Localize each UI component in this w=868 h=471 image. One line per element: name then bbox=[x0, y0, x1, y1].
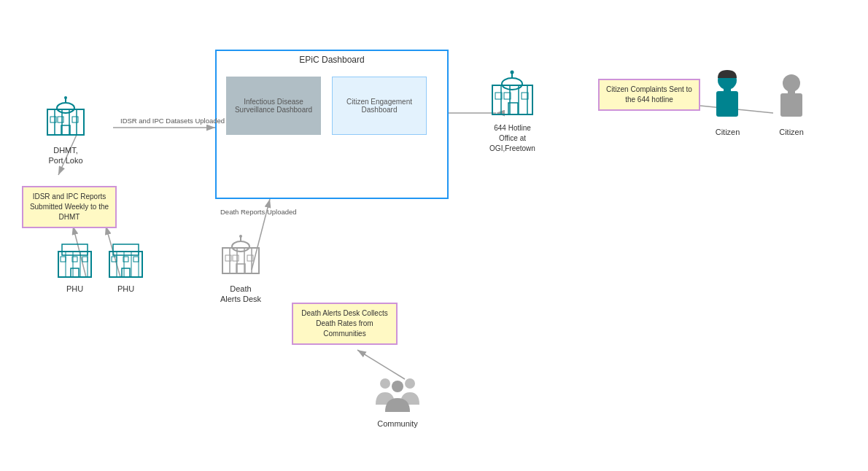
citizen1-node: Citizen bbox=[708, 69, 748, 137]
svg-point-45 bbox=[239, 235, 242, 238]
idsr-dashboard-box: Infectious Disease Surveillance Dashboar… bbox=[226, 77, 321, 135]
death-alerts-desk-label: DeathAlerts Desk bbox=[220, 284, 261, 305]
svg-point-55 bbox=[380, 378, 390, 389]
svg-rect-22 bbox=[61, 125, 70, 135]
svg-rect-42 bbox=[122, 268, 130, 277]
phu2-label: PHU bbox=[117, 284, 134, 294]
svg-point-58 bbox=[502, 78, 522, 90]
hotline-label: 644 HotlineOffice atOGI,Freetown bbox=[489, 123, 535, 154]
citizen2-icon bbox=[773, 73, 810, 124]
phu2-node: PHU bbox=[106, 241, 146, 294]
citizen-complaints-note-text: Citizen Complaints Sent to the 644 hotli… bbox=[606, 85, 692, 104]
phu1-label: PHU bbox=[66, 284, 83, 294]
svg-point-60 bbox=[511, 71, 514, 74]
hotline-building-icon bbox=[485, 69, 540, 120]
dhmt-note-text: IDSR and IPC Reports Submitted Weekly to… bbox=[30, 192, 109, 221]
svg-rect-31 bbox=[82, 257, 88, 262]
dhmt-note-box: IDSR and IPC Reports Submitted Weekly to… bbox=[22, 186, 117, 228]
svg-rect-19 bbox=[50, 117, 56, 122]
svg-point-57 bbox=[392, 381, 403, 392]
death-alerts-note-text: Death Alerts Desk Collects Death Rates f… bbox=[301, 309, 387, 338]
svg-point-43 bbox=[232, 241, 249, 252]
death-alerts-building-icon bbox=[215, 233, 266, 281]
dhmt-label: DHMT, Port Loko bbox=[48, 145, 82, 166]
hotline-node: 644 HotlineOffice atOGI,Freetown bbox=[485, 69, 540, 154]
death-alerts-desk-node: DeathAlerts Desk bbox=[215, 233, 266, 305]
svg-rect-51 bbox=[225, 255, 231, 261]
svg-point-56 bbox=[405, 378, 415, 389]
svg-rect-41 bbox=[133, 257, 139, 262]
svg-point-13 bbox=[64, 96, 67, 99]
svg-rect-32 bbox=[71, 268, 79, 277]
community-icon bbox=[372, 372, 423, 416]
epic-dashboard-title: EPiC Dashboard bbox=[215, 55, 449, 65]
citizen2-label: Citizen bbox=[779, 127, 804, 137]
svg-rect-52 bbox=[233, 255, 239, 261]
dhmt-arrow-label: IDSR and IPC Datasets Uploaded bbox=[120, 117, 225, 125]
diagram-container: EPiC Dashboard Infectious Disease Survei… bbox=[0, 0, 868, 471]
citizen1-icon bbox=[708, 69, 748, 124]
phu2-building-icon bbox=[106, 241, 146, 281]
citizen2-node: Citizen bbox=[773, 73, 810, 137]
community-label: Community bbox=[377, 419, 418, 429]
community-node: Community bbox=[372, 372, 423, 429]
citizen1-label: Citizen bbox=[716, 127, 740, 137]
svg-rect-72 bbox=[724, 88, 731, 94]
svg-point-73 bbox=[783, 74, 800, 92]
dhmt-building-icon bbox=[40, 95, 91, 142]
death-alerts-note-box: Death Alerts Desk Collects Death Rates f… bbox=[292, 303, 398, 345]
phu1-building-icon bbox=[55, 241, 95, 281]
svg-rect-54 bbox=[236, 264, 245, 273]
svg-rect-53 bbox=[247, 255, 253, 261]
dhmt-node: DHMT, Port Loko bbox=[40, 95, 91, 166]
svg-rect-21 bbox=[72, 117, 78, 122]
svg-rect-20 bbox=[58, 117, 63, 122]
death-reports-label: Death Reports Uploaded bbox=[220, 208, 297, 216]
idsr-dashboard-label: Infectious Disease Surveillance Dashboar… bbox=[230, 98, 317, 114]
citizen-complaints-note-box: Citizen Complaints Sent to the 644 hotli… bbox=[598, 79, 700, 111]
svg-rect-39 bbox=[112, 257, 117, 262]
citizen-engagement-label: Citizen Engagement Dashboard bbox=[336, 98, 422, 114]
svg-point-11 bbox=[57, 103, 74, 113]
svg-rect-74 bbox=[780, 93, 802, 117]
svg-rect-75 bbox=[788, 90, 795, 96]
phu1-node: PHU bbox=[55, 241, 95, 294]
svg-rect-29 bbox=[61, 257, 66, 262]
svg-rect-71 bbox=[716, 91, 738, 117]
citizen-engagement-box: Citizen Engagement Dashboard bbox=[332, 77, 427, 135]
